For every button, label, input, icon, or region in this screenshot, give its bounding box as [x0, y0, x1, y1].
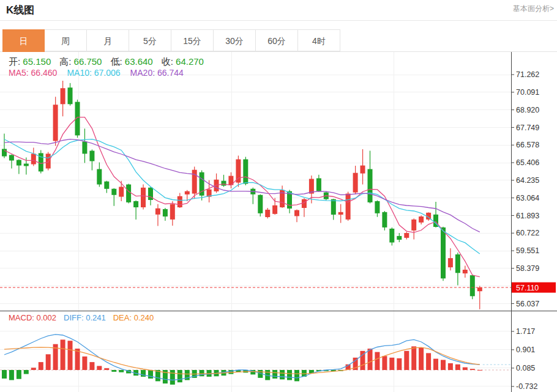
macd-bar: [419, 347, 424, 370]
macd-bar: [287, 370, 292, 380]
candle: [382, 212, 387, 227]
macd-bar: [389, 358, 394, 370]
candle: [89, 151, 94, 161]
candle: [155, 209, 160, 215]
legend-value: 0.240: [134, 313, 154, 322]
candle: [258, 195, 263, 213]
ohlc-legend: 开: 65.150高: 66.750低: 63.640收: 64.270: [9, 56, 212, 68]
candle: [163, 209, 168, 216]
price-axis-label: 58.379: [516, 264, 539, 273]
macd-bar: [89, 362, 94, 370]
macd-bar: [294, 370, 299, 381]
macd-axis-label: 1.717: [516, 327, 535, 336]
candle: [411, 220, 416, 231]
macd-bar: [9, 370, 14, 380]
candle: [375, 201, 379, 213]
price-axis-label: 65.406: [516, 158, 539, 167]
candle: [222, 181, 226, 186]
candle: [111, 189, 116, 195]
tab-7[interactable]: 4时: [298, 29, 340, 51]
macd-axis-label: 0.085: [516, 364, 535, 372]
candle: [119, 187, 124, 197]
candle: [46, 153, 51, 168]
legend-label: MA5:: [9, 68, 31, 78]
macd-bar: [272, 370, 277, 379]
candle: [404, 233, 409, 238]
macd-bar: [119, 370, 124, 372]
legend-label: 低:: [110, 56, 124, 67]
legend-label: MA10:: [67, 68, 94, 78]
candle: [9, 155, 14, 160]
macd-legend: MACD: 0.002DIFF: 0.241DEA: 0.240: [9, 313, 161, 322]
candle: [361, 166, 365, 174]
macd-bar: [433, 359, 438, 370]
macd-bar: [178, 370, 182, 382]
interval-tabbar: 日周月5分15分30分60分4时: [2, 29, 340, 52]
macd-bar: [39, 362, 43, 370]
macd-bar: [31, 368, 36, 370]
tab-4[interactable]: 15分: [171, 29, 214, 51]
candle: [53, 105, 58, 141]
macd-bar: [2, 370, 7, 379]
macd-bar: [477, 370, 482, 371]
candle: [302, 199, 307, 208]
candle: [353, 173, 358, 193]
macd-bar: [61, 339, 65, 370]
legend-value: 0.002: [37, 313, 57, 322]
tab-1[interactable]: 周: [45, 29, 87, 51]
candle: [2, 149, 7, 157]
candle: [470, 275, 475, 296]
macd-bar: [426, 353, 431, 370]
candle: [185, 191, 190, 194]
ma-legend: MA5: 66.460MA10: 67.006MA20: 66.744: [9, 68, 193, 78]
candle: [17, 160, 21, 166]
candle: [61, 88, 65, 104]
legend-value: 66.460: [31, 68, 58, 78]
macd-bar: [170, 370, 175, 385]
candle: [441, 227, 446, 278]
legend-value: 63.640: [125, 56, 153, 67]
legend-value: 66.750: [74, 56, 102, 67]
tab-6[interactable]: 60分: [256, 29, 298, 51]
price-axis-label: 66.578: [516, 141, 539, 149]
price-axis-label: 59.551: [516, 246, 539, 255]
candle: [243, 160, 248, 184]
macd-bar: [470, 369, 475, 370]
candle: [133, 201, 138, 207]
legend-value: 67.006: [94, 68, 121, 78]
macd-bar: [448, 363, 453, 370]
tab-2[interactable]: 月: [87, 29, 129, 51]
macd-axis-label: -0.732: [516, 382, 537, 391]
candle: [389, 229, 394, 243]
legend-value: 65.150: [23, 56, 51, 67]
macd-bar: [382, 356, 387, 370]
candle: [192, 170, 197, 194]
macd-bar: [375, 352, 379, 370]
price-axis-label: 60.722: [516, 229, 539, 237]
legend-label: 收:: [162, 56, 176, 67]
candle: [397, 236, 402, 240]
legend-value: 66.744: [157, 68, 184, 78]
legend-value: 0.241: [86, 313, 106, 322]
macd-bar: [97, 366, 102, 370]
legend-label: 高:: [59, 56, 73, 67]
macd-bar: [82, 357, 87, 370]
price-axis-label: 67.749: [516, 124, 539, 132]
candle: [331, 199, 336, 215]
candle: [419, 216, 424, 223]
tab-0-active[interactable]: 日: [2, 29, 45, 52]
candle: [294, 210, 299, 216]
price-axis-label: 56.037: [516, 300, 539, 308]
price-axis-label: 70.091: [516, 88, 539, 97]
candle: [265, 210, 270, 217]
candle: [68, 87, 73, 104]
price-axis-label: 68.920: [516, 106, 539, 114]
macd-bar: [280, 370, 285, 379]
tab-5[interactable]: 30分: [214, 29, 256, 51]
candle: [104, 182, 109, 189]
tab-3[interactable]: 5分: [129, 29, 171, 51]
candle: [126, 185, 131, 202]
macd-bar: [455, 364, 460, 370]
macd-axis-label: 0.901: [516, 346, 535, 354]
macd-bar: [111, 370, 116, 372]
